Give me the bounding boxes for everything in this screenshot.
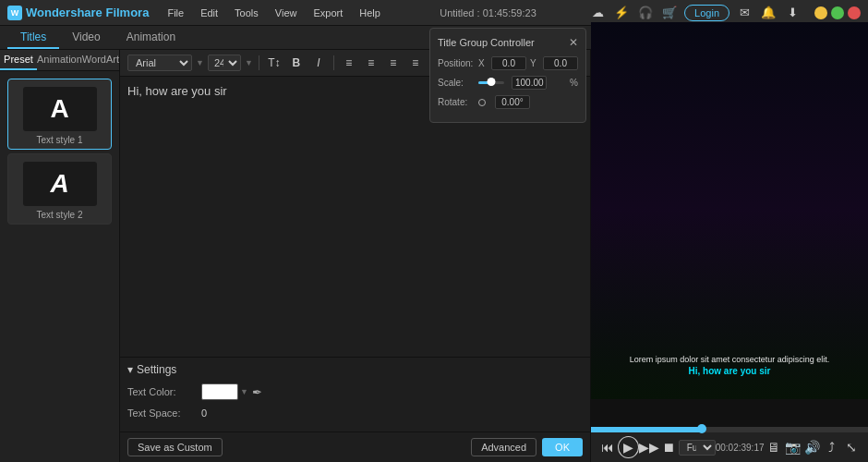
menu-file[interactable]: File — [160, 5, 191, 21]
tab-titles[interactable]: Titles — [7, 27, 59, 49]
step-forward-icon[interactable]: ▶▶ — [639, 437, 659, 457]
tgc-scale-unit: % — [550, 78, 578, 88]
tgc-rotate-circle[interactable] — [478, 99, 486, 106]
step-back-icon[interactable]: ⏮ — [598, 437, 618, 457]
eyedropper-icon[interactable]: ✒ — [252, 385, 262, 399]
export-icon[interactable]: ⤴ — [822, 437, 841, 457]
style-preview-1: A — [23, 87, 97, 131]
mail-icon[interactable]: ✉ — [735, 4, 753, 22]
progress-bar[interactable] — [591, 427, 868, 432]
menu-bar: File Edit Tools View Export Help — [160, 5, 387, 21]
sub-tabs: Preset Animation WordArt — [0, 50, 119, 71]
tab-animation[interactable]: Animation — [114, 27, 188, 49]
save-custom-button[interactable]: Save as Custom — [127, 438, 223, 456]
notification-icon[interactable]: 🔔 — [759, 4, 778, 22]
toolbar-separator-2 — [333, 55, 334, 70]
minimize-button[interactable] — [814, 6, 827, 19]
settings-collapse-icon: ▾ — [127, 363, 133, 376]
lorem-text: Lorem ipsum dolor sit amet consectetur a… — [630, 355, 830, 364]
menu-help[interactable]: Help — [352, 5, 388, 21]
login-button[interactable]: Login — [684, 5, 729, 21]
progress-handle[interactable] — [697, 424, 706, 433]
tgc-scale-row: Scale: 100.00 % — [438, 76, 578, 90]
tgc-x-input[interactable] — [491, 56, 526, 70]
sub-tab-preset[interactable]: Preset — [0, 50, 37, 70]
title-group-controller: Title Group Controller ✕ Position: X Y S… — [429, 28, 586, 123]
tgc-rotate-value: 0.00° — [495, 95, 530, 109]
lightning-icon[interactable]: ⚡ — [612, 4, 631, 22]
camera-icon[interactable]: 📷 — [783, 437, 802, 457]
monitor-icon[interactable]: 🖥 — [765, 437, 784, 457]
body-layout: Preset Animation WordArt A Text style 1 … — [0, 50, 868, 462]
color-dropdown-arrow: ▼ — [240, 387, 248, 396]
menu-export[interactable]: Export — [306, 5, 350, 21]
preview-area: Lorem ipsum dolor sit amet consectetur a… — [591, 50, 868, 427]
style-letter-2: A — [50, 169, 68, 199]
style-preview-2: A — [23, 162, 97, 206]
cart-icon[interactable]: 🛒 — [660, 4, 679, 22]
bold-button[interactable]: B — [287, 54, 306, 72]
settings-label: Settings — [137, 363, 176, 376]
tgc-rotate-label: Rotate: — [438, 97, 475, 107]
style-letter-1: A — [50, 94, 68, 124]
sub-tab-animation[interactable]: Animation — [37, 50, 82, 70]
tgc-close-icon[interactable]: ✕ — [569, 36, 578, 49]
tgc-y-label: Y — [530, 58, 539, 68]
close-button[interactable] — [848, 6, 861, 19]
style-label-2: Text style 2 — [36, 210, 82, 220]
app-logo-icon: W — [7, 6, 22, 20]
download-icon[interactable]: ⬇ — [783, 4, 802, 22]
align-justify-icon[interactable]: ≡ — [406, 54, 425, 72]
text-space-label: Text Space: — [127, 407, 201, 419]
tgc-title-label: Title Group Controller — [438, 37, 535, 48]
maximize-button[interactable] — [831, 6, 844, 19]
text-size-increase-icon[interactable]: T↕ — [265, 54, 283, 72]
align-right-icon[interactable]: ≡ — [384, 54, 403, 72]
tab-video[interactable]: Video — [59, 27, 113, 49]
italic-button[interactable]: I — [309, 54, 328, 72]
window-title: Untitled : 01:45:59:23 — [388, 7, 588, 18]
headphone-icon[interactable]: 🎧 — [636, 4, 655, 22]
tgc-position-label: Position: — [438, 58, 475, 68]
style-item-2[interactable]: A Text style 2 — [7, 153, 112, 225]
tgc-scale-value: 100.00 — [512, 76, 547, 90]
playback-controls: ⏮ ▶ ▶▶ ⏹ Full 00:02:39:17 🖥 📷 🔊 ⤴ ⤡ — [591, 432, 868, 462]
tgc-scale-label: Scale: — [438, 78, 475, 88]
size-dropdown-arrow: ▼ — [245, 58, 253, 67]
tgc-y-input[interactable] — [543, 56, 578, 70]
size-select[interactable]: 24 — [208, 55, 241, 71]
tgc-scale-slider[interactable] — [478, 81, 504, 84]
style-item-1[interactable]: A Text style 1 — [7, 79, 112, 150]
tgc-x-label: X — [478, 58, 488, 68]
font-dropdown-arrow: ▼ — [196, 58, 204, 67]
text-color-swatch[interactable] — [201, 383, 238, 400]
playback-extras: Full — [679, 440, 716, 456]
play-button[interactable]: ▶ — [618, 436, 639, 458]
menu-edit[interactable]: Edit — [193, 5, 225, 21]
preview-overlay: Lorem ipsum dolor sit amet consectetur a… — [630, 355, 830, 376]
menu-view[interactable]: View — [268, 5, 305, 21]
text-space-value: 0 — [201, 407, 207, 419]
window-controls — [814, 6, 861, 19]
align-center-icon[interactable]: ≡ — [362, 54, 380, 72]
sub-tab-wordart[interactable]: WordArt — [82, 50, 119, 70]
tgc-rotate-row: Rotate: 0.00° — [438, 95, 578, 109]
text-color-row: Text Color: ▼ ✒ — [127, 383, 583, 400]
tgc-position-row: Position: X Y — [438, 56, 578, 70]
app-name: Wondershare Filmora — [26, 6, 149, 19]
ok-button[interactable]: OK — [542, 438, 583, 456]
preview-video — [591, 22, 868, 399]
expand-icon[interactable]: ⤡ — [841, 437, 861, 457]
advanced-button[interactable]: Advanced — [471, 438, 536, 456]
cloud-icon[interactable]: ☁ — [588, 4, 607, 22]
right-panel: Title Group Controller ✕ Position: X Y S… — [591, 50, 868, 462]
font-select[interactable]: Arial — [127, 55, 192, 71]
align-left-icon[interactable]: ≡ — [340, 54, 358, 72]
stop-icon[interactable]: ⏹ — [659, 437, 679, 457]
tgc-scale-handle — [488, 78, 496, 86]
menu-tools[interactable]: Tools — [227, 5, 266, 21]
volume-icon[interactable]: 🔊 — [802, 437, 822, 457]
settings-header[interactable]: ▾ Settings — [127, 363, 583, 376]
toolbar-separator-1 — [259, 55, 259, 70]
quality-select[interactable]: Full — [679, 440, 716, 456]
